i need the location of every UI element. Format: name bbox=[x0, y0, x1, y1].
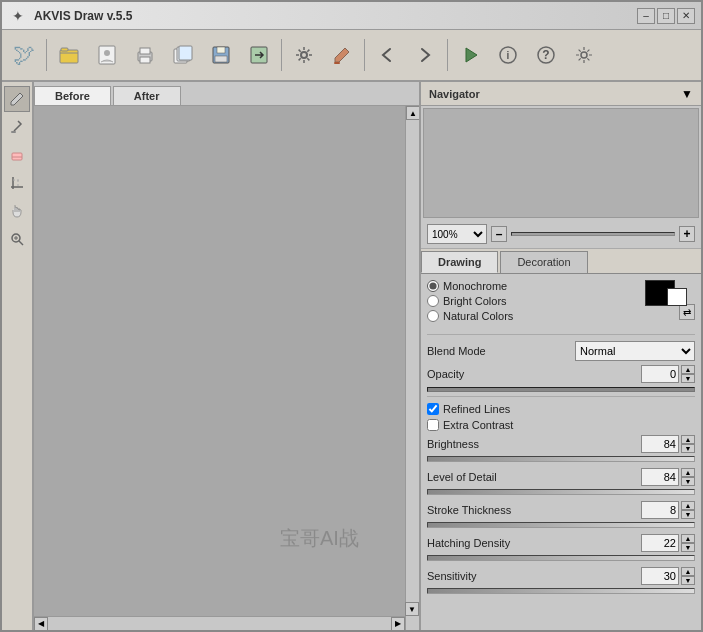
hatching-slider[interactable] bbox=[427, 555, 695, 561]
extra-contrast-label: Extra Contrast bbox=[443, 419, 513, 431]
hand-tool[interactable] bbox=[4, 198, 30, 224]
sensitivity-label: Sensitivity bbox=[427, 570, 477, 582]
svg-rect-11 bbox=[217, 47, 225, 53]
zoom-out-button[interactable]: – bbox=[491, 226, 507, 242]
tab-before[interactable]: Before bbox=[34, 86, 111, 105]
refined-lines-label: Refined Lines bbox=[443, 403, 510, 415]
svg-marker-16 bbox=[466, 48, 477, 62]
blend-mode-select[interactable]: Normal bbox=[575, 341, 695, 361]
svg-line-29 bbox=[19, 241, 23, 245]
opacity-input[interactable] bbox=[641, 365, 679, 383]
radio-monochrome-input[interactable] bbox=[427, 280, 439, 292]
sensitivity-input[interactable] bbox=[641, 567, 679, 585]
stroke-slider[interactable] bbox=[427, 522, 695, 528]
scroll-right-button[interactable]: ▶ bbox=[391, 617, 405, 631]
horizontal-scrollbar[interactable]: ◀ ▶ bbox=[34, 616, 405, 630]
extra-contrast-checkbox[interactable] bbox=[427, 419, 439, 431]
help-button[interactable]: ? bbox=[528, 37, 564, 73]
blend-mode-value: Normal bbox=[575, 341, 695, 361]
paint-tool[interactable] bbox=[4, 114, 30, 140]
tab-decoration[interactable]: Decoration bbox=[500, 251, 587, 273]
settings-tabs: Drawing Decoration bbox=[421, 249, 701, 274]
tab-after[interactable]: After bbox=[113, 86, 181, 105]
brightness-slider[interactable] bbox=[427, 456, 695, 462]
opacity-up-button[interactable]: ▲ bbox=[681, 365, 695, 374]
hatching-density-input[interactable] bbox=[641, 534, 679, 552]
brightness-down-button[interactable]: ▼ bbox=[681, 444, 695, 453]
stroke-down-button[interactable]: ▼ bbox=[681, 510, 695, 519]
zoom-select[interactable]: 100% bbox=[427, 224, 487, 244]
brightness-up-button[interactable]: ▲ bbox=[681, 435, 695, 444]
toolbar-separator-4 bbox=[447, 39, 448, 71]
window-title: AKVIS Draw v.5.5 bbox=[34, 9, 637, 23]
zoom-slider[interactable] bbox=[511, 232, 675, 236]
color-mode-section: Monochrome Bright Colors Natural Colors bbox=[427, 280, 695, 330]
batch-button[interactable] bbox=[165, 37, 201, 73]
vertical-scrollbar[interactable]: ▲ ▼ bbox=[405, 106, 419, 630]
back-button[interactable] bbox=[369, 37, 405, 73]
pencil-tool[interactable] bbox=[4, 86, 30, 112]
brush-tool-button[interactable] bbox=[324, 37, 360, 73]
opacity-value-row: ▲ ▼ bbox=[641, 365, 695, 383]
tab-drawing[interactable]: Drawing bbox=[421, 251, 498, 273]
portrait-button[interactable] bbox=[89, 37, 125, 73]
settings-content: Monochrome Bright Colors Natural Colors bbox=[421, 274, 701, 604]
lod-up-button[interactable]: ▲ bbox=[681, 468, 695, 477]
radio-natural-input[interactable] bbox=[427, 310, 439, 322]
scroll-down-button[interactable]: ▼ bbox=[405, 602, 419, 616]
opacity-down-button[interactable]: ▼ bbox=[681, 374, 695, 383]
lod-down-button[interactable]: ▼ bbox=[681, 477, 695, 486]
info-button[interactable]: i bbox=[490, 37, 526, 73]
stroke-up-button[interactable]: ▲ bbox=[681, 501, 695, 510]
maximize-button[interactable]: □ bbox=[657, 8, 675, 24]
forward-button[interactable] bbox=[407, 37, 443, 73]
radio-bright: Bright Colors bbox=[427, 295, 513, 307]
radio-natural-label: Natural Colors bbox=[443, 310, 513, 322]
radio-bright-input[interactable] bbox=[427, 295, 439, 307]
hatching-density-row: Hatching Density ▲ ▼ bbox=[427, 532, 695, 554]
scroll-left-button[interactable]: ◀ bbox=[34, 617, 48, 631]
sensitivity-up-button[interactable]: ▲ bbox=[681, 567, 695, 576]
scroll-up-button[interactable]: ▲ bbox=[406, 106, 420, 120]
open-button[interactable] bbox=[51, 37, 87, 73]
navigator-preview bbox=[423, 108, 699, 218]
logo-icon: 🕊 bbox=[6, 37, 42, 73]
minimize-button[interactable]: – bbox=[637, 8, 655, 24]
swap-colors-button[interactable]: ⇄ bbox=[679, 304, 695, 320]
sensitivity-slider[interactable] bbox=[427, 588, 695, 594]
stroke-thickness-input[interactable] bbox=[641, 501, 679, 519]
svg-rect-22 bbox=[11, 131, 16, 133]
stroke-slider-row bbox=[427, 521, 695, 532]
opacity-slider[interactable] bbox=[427, 387, 695, 392]
svg-point-14 bbox=[301, 52, 307, 58]
refined-lines-checkbox[interactable] bbox=[427, 403, 439, 415]
sensitivity-down-button[interactable]: ▼ bbox=[681, 576, 695, 585]
settings-panel: Drawing Decoration Monochrome bbox=[421, 249, 701, 604]
background-swatch[interactable] bbox=[667, 288, 687, 306]
print-button[interactable] bbox=[127, 37, 163, 73]
eraser-tool[interactable] bbox=[4, 142, 30, 168]
hatching-up-button[interactable]: ▲ bbox=[681, 534, 695, 543]
canvas-content bbox=[34, 106, 405, 616]
title-bar: ✦ AKVIS Draw v.5.5 – □ ✕ bbox=[2, 2, 701, 30]
canvas-tabs: Before After bbox=[34, 82, 419, 106]
close-button[interactable]: ✕ bbox=[677, 8, 695, 24]
brightness-input[interactable] bbox=[641, 435, 679, 453]
radio-bright-label: Bright Colors bbox=[443, 295, 507, 307]
lod-slider[interactable] bbox=[427, 489, 695, 495]
crop-tool[interactable] bbox=[4, 170, 30, 196]
export-button[interactable] bbox=[241, 37, 277, 73]
save-button[interactable] bbox=[203, 37, 239, 73]
zoom-in-button[interactable]: + bbox=[679, 226, 695, 242]
app-icon: ✦ bbox=[8, 6, 28, 26]
play-button[interactable] bbox=[452, 37, 488, 73]
settings-button[interactable] bbox=[286, 37, 322, 73]
zoom-tool[interactable] bbox=[4, 226, 30, 252]
hatching-down-button[interactable]: ▼ bbox=[681, 543, 695, 552]
stroke-thickness-spinner-buttons: ▲ ▼ bbox=[681, 501, 695, 519]
sensitivity-row: Sensitivity ▲ ▼ bbox=[427, 565, 695, 587]
sensitivity-value-row: ▲ ▼ bbox=[641, 567, 695, 585]
level-of-detail-input[interactable] bbox=[641, 468, 679, 486]
config-button[interactable] bbox=[566, 37, 602, 73]
navigator-collapse-icon[interactable]: ▼ bbox=[681, 87, 693, 101]
